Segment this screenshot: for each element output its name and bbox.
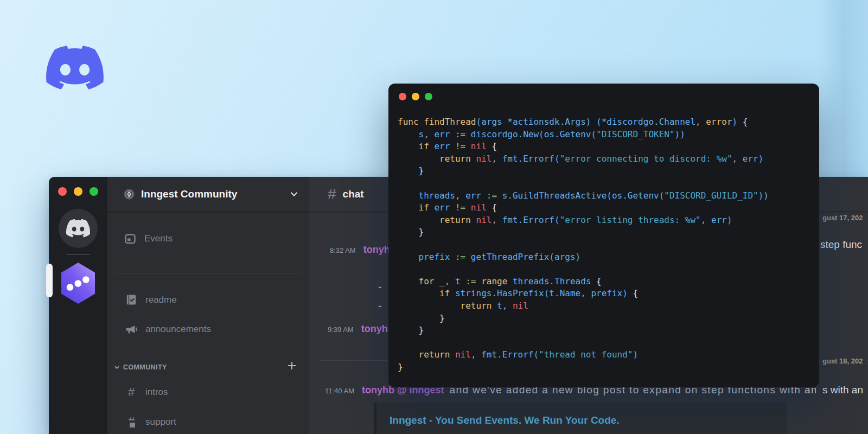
- channel-label: announcements: [145, 324, 211, 335]
- timestamp: 8:32 AM: [330, 246, 356, 254]
- inngest-server-button[interactable]: [60, 262, 97, 307]
- inngest-hexagon-icon: [60, 262, 97, 304]
- window-controls: [58, 187, 98, 196]
- server-rail: [49, 177, 107, 434]
- message-fragment-tail: s with an: [816, 383, 868, 397]
- chat-message: 9:39 AM tonyhb: [328, 323, 394, 335]
- channel-title: chat: [343, 188, 364, 200]
- minimize-button[interactable]: [412, 93, 419, 100]
- plus-icon: [286, 360, 297, 371]
- channel-label: support: [145, 417, 176, 427]
- channel-readme[interactable]: readme: [125, 294, 177, 305]
- code-window: func findThread(args *actionsdk.Args) (*…: [388, 84, 819, 387]
- message-fragment-step: step func: [814, 238, 868, 252]
- timestamp: 11:40 AM: [325, 387, 354, 395]
- zoom-button[interactable]: [425, 93, 432, 100]
- book-check-icon: [125, 294, 138, 305]
- chevron-down-small-icon: [114, 365, 120, 371]
- minimize-button[interactable]: [74, 187, 82, 196]
- server-name: Inngest Community: [141, 188, 237, 200]
- server-menu-button[interactable]: [289, 189, 299, 200]
- window-controls: [399, 93, 432, 100]
- hash-icon: #: [328, 187, 336, 202]
- channel-intros[interactable]: # intros: [125, 386, 168, 398]
- list-bullet: -: [378, 300, 381, 312]
- timestamp: 9:39 AM: [328, 326, 354, 334]
- discord-logo: [46, 46, 104, 90]
- sidebar-separator: [114, 273, 303, 273]
- date-divider-aug18: gust 18, 202: [820, 356, 867, 366]
- server-header[interactable]: Inngest Community: [107, 177, 309, 212]
- category-community[interactable]: COMMUNITY: [114, 363, 167, 371]
- calendar-icon: [124, 233, 137, 244]
- channel-sidebar: Inngest Community Events: [107, 177, 309, 434]
- hash-icon: #: [125, 386, 138, 398]
- selected-server-pill: [46, 264, 53, 297]
- sidebar-item-events[interactable]: Events: [124, 233, 173, 244]
- channel-support[interactable]: # support: [125, 416, 176, 428]
- embed-title-link[interactable]: Inngest - You Send Events. We Run Your C…: [390, 414, 620, 426]
- close-button[interactable]: [58, 187, 67, 196]
- discord-home-button[interactable]: [59, 209, 98, 248]
- rail-separator: [66, 254, 90, 255]
- category-label: COMMUNITY: [123, 363, 167, 371]
- server-badge-icon: [123, 188, 136, 201]
- chat-message: 8:32 AM tonyhb: [330, 244, 396, 256]
- channel-announcements[interactable]: announcements: [125, 324, 211, 335]
- sidebar-item-label: Events: [144, 233, 173, 244]
- channel-label: readme: [145, 295, 177, 305]
- megaphone-icon: [125, 324, 138, 335]
- date-divider-aug17: gust 17, 202: [820, 213, 867, 223]
- create-channel-button[interactable]: [286, 360, 297, 373]
- discord-home-icon: [66, 219, 90, 238]
- chevron-down-icon: [289, 189, 299, 200]
- hash-bubble-icon: #: [125, 416, 138, 428]
- close-button[interactable]: [399, 93, 406, 100]
- code-content: func findThread(args *actionsdk.Args) (*…: [398, 116, 769, 373]
- link-embed: Inngest - You Send Events. We Run Your C…: [374, 403, 787, 434]
- list-bullet: -: [378, 281, 381, 293]
- zoom-button[interactable]: [90, 187, 98, 196]
- channel-label: intros: [145, 387, 168, 398]
